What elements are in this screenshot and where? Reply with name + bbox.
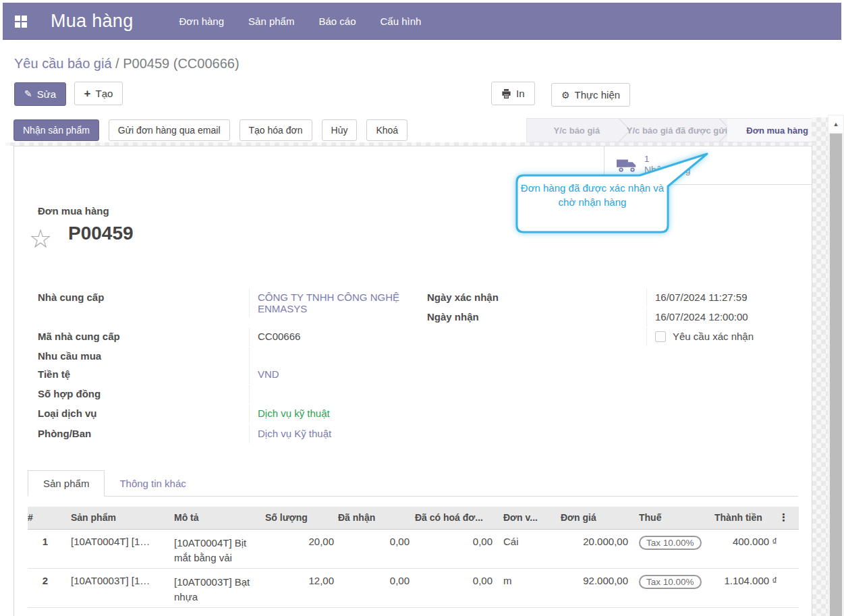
field-contract-number: Số hợp đồng — [38, 385, 414, 405]
form-sheet: 1 Nhận hàng Đơn mua hàng P00459 ☆ Nhà cu… — [13, 146, 812, 616]
vertical-scrollbar[interactable]: ▲ — [828, 115, 844, 616]
col-header-total[interactable]: Thành tiền — [714, 507, 779, 529]
breadcrumb-current: P00459 (CC00666) — [123, 56, 239, 71]
receive-products-button[interactable]: Nhận sản phẩm — [13, 119, 99, 141]
background-pattern-column — [812, 117, 828, 616]
line-qty: 12,00 — [265, 568, 338, 607]
line-index: 2 — [28, 568, 63, 607]
field-confirm-request: Yêu cầu xác nhận — [427, 328, 793, 347]
tax-badge: Tax 10.00% — [639, 536, 702, 550]
receipt-date-value: 16/07/2024 12:00:00 — [646, 308, 793, 327]
status-step-rfq[interactable]: Y/c báo giá — [527, 119, 627, 142]
menu-item-config[interactable]: Cấu hình — [376, 11, 426, 31]
order-lines-table: # Sản phẩm Mô tả Số lượng Đã nhận Đã có … — [28, 507, 799, 608]
col-header-product[interactable]: Sản phẩm — [63, 507, 166, 529]
department-link[interactable]: Dịch vụ Kỹ thuật — [249, 425, 414, 443]
field-vendor-code: Mã nhà cung cấp CC00666 — [38, 328, 414, 347]
vendor-link[interactable]: CÔNG TY TNHH CÔNG NGHỆ ENMASYS — [249, 289, 414, 317]
field-purchase-demand: Nhu cầu mua — [38, 347, 414, 366]
vendor-code-value: CC00666 — [249, 328, 414, 346]
col-header-desc[interactable]: Mô tả — [166, 507, 265, 529]
lock-button[interactable]: Khoá — [366, 119, 407, 141]
col-header-invoiced[interactable]: Đã có hoá đơ... — [412, 507, 498, 529]
breadcrumb: Yêu cầu báo giá / P00459 (CC00666) — [0, 40, 844, 72]
control-panel: ✎ Sửa + Tạo In ⚙ Thực hiện — [14, 82, 844, 107]
create-button[interactable]: + Tạo — [74, 82, 123, 105]
line-invoiced: 0,00 — [412, 568, 498, 607]
notebook-tabs: Sản phẩm Thông tin khác — [28, 468, 798, 497]
line-price: 20.000,00 — [561, 529, 635, 568]
line-desc: [10AT0003T] Bạt nhựa — [166, 568, 265, 607]
col-header-index[interactable]: # — [28, 507, 63, 529]
line-index: 1 — [28, 529, 63, 568]
line-qty: 20,00 — [265, 529, 338, 568]
status-pipeline: Y/c báo giá Y/c báo giá đã được gửi Đơn … — [526, 118, 828, 142]
printer-icon — [501, 89, 511, 99]
create-invoice-button[interactable]: Tạo hóa đơn — [240, 119, 312, 141]
column-options-icon[interactable]: ⋮ — [779, 511, 789, 523]
line-price: 92.000,00 — [561, 568, 635, 607]
tax-badge: Tax 10.00% — [639, 575, 702, 589]
tab-other-info[interactable]: Thông tin khác — [105, 471, 200, 496]
line-invoiced: 0,00 — [412, 529, 498, 568]
field-group-left: Nhà cung cấp CÔNG TY TNHH CÔNG NGHỆ ENMA… — [38, 289, 414, 445]
status-step-rfq-sent[interactable]: Y/c báo giá đã được gửi — [627, 119, 727, 142]
col-header-uom[interactable]: Đơn v... — [498, 507, 561, 529]
scrollbar-thumb[interactable] — [830, 134, 842, 616]
favorite-star-icon[interactable]: ☆ — [29, 226, 52, 252]
line-product[interactable]: [10AT0004T] [1… — [63, 529, 166, 568]
field-confirmation-date: Ngày xác nhận 16/07/2024 11:27:59 — [427, 289, 793, 308]
line-product[interactable]: [10AT0003T] [1… — [63, 568, 166, 607]
line-total: 1.104.000 ₫ — [714, 568, 779, 607]
plus-icon: + — [84, 88, 91, 99]
apps-grid-icon[interactable] — [15, 16, 26, 27]
col-header-price[interactable]: Đơn giá — [561, 507, 635, 529]
field-service-type: Loại dịch vụ Dịch vụ kỹ thuật — [38, 405, 414, 425]
field-receipt-date: Ngày nhận 16/07/2024 12:00:00 — [427, 308, 793, 328]
currency-link[interactable]: VND — [249, 366, 414, 384]
menu-item-products[interactable]: Sản phẩm — [244, 11, 298, 31]
title-block: Đơn mua hàng P00459 ☆ — [14, 146, 812, 244]
line-uom: m — [498, 568, 561, 607]
tab-products[interactable]: Sản phẩm — [28, 470, 105, 497]
main-menu: Đơn hàng Sản phẩm Báo cáo Cấu hình — [175, 11, 426, 31]
menu-item-orders[interactable]: Đơn hàng — [175, 11, 229, 31]
field-group-right: Ngày xác nhận 16/07/2024 11:27:59 Ngày n… — [427, 289, 793, 445]
service-type-value[interactable]: Dịch vụ kỹ thuật — [249, 405, 414, 423]
line-received: 0,00 — [338, 529, 412, 568]
confirm-request-checkbox[interactable] — [655, 331, 666, 342]
table-row[interactable]: 1 [10AT0004T] [1… [10AT0004T] Bịt mắt bằ… — [28, 529, 799, 568]
field-department: Phòng/Ban Dịch vụ Kỹ thuật — [38, 425, 414, 445]
line-total: 400.000 ₫ — [714, 529, 779, 568]
statusbar: Nhận sản phẩm Gửi đơn hàng qua email Tạo… — [0, 118, 844, 142]
line-uom: Cái — [498, 529, 561, 568]
field-currency: Tiền tệ VND — [38, 366, 414, 385]
col-header-received[interactable]: Đã nhận — [338, 507, 412, 529]
table-row[interactable]: 2 [10AT0003T] [1… [10AT0003T] Bạt nhựa 1… — [28, 568, 799, 607]
edit-button[interactable]: ✎ Sửa — [14, 82, 66, 106]
col-header-qty[interactable]: Số lượng — [265, 507, 338, 529]
document-type-label: Đơn mua hàng — [38, 205, 812, 217]
purchase-demand-value — [249, 347, 414, 366]
breadcrumb-parent-link[interactable]: Yêu cầu báo giá — [14, 56, 112, 71]
send-by-email-button[interactable]: Gửi đơn hàng qua email — [109, 119, 230, 141]
scroll-up-button[interactable]: ▲ — [828, 115, 844, 134]
confirm-request-label: Yêu cầu xác nhận — [673, 331, 754, 342]
line-received: 0,00 — [338, 568, 412, 607]
field-vendor: Nhà cung cấp CÔNG TY TNHH CÔNG NGHỆ ENMA… — [38, 289, 414, 328]
app-title[interactable]: Mua hàng — [51, 11, 134, 32]
print-button[interactable]: In — [491, 82, 535, 105]
page-title: P00459 — [68, 223, 812, 244]
cancel-button[interactable]: Hủy — [322, 119, 358, 141]
col-header-tax[interactable]: Thuế — [635, 507, 714, 529]
gear-icon: ⚙ — [561, 90, 570, 100]
confirmation-date-value: 16/07/2024 11:27:59 — [646, 289, 793, 307]
pencil-icon: ✎ — [24, 89, 32, 99]
line-desc: [10AT0004T] Bịt mắt bằng vải — [166, 529, 265, 568]
action-button[interactable]: ⚙ Thực hiện — [551, 83, 630, 107]
field-groups: Nhà cung cấp CÔNG TY TNHH CÔNG NGHỆ ENMA… — [14, 289, 812, 445]
menu-item-reports[interactable]: Báo cáo — [314, 11, 360, 31]
top-navbar: Mua hàng Đơn hàng Sản phẩm Báo cáo Cấu h… — [3, 3, 841, 40]
contract-number-value — [249, 385, 414, 403]
breadcrumb-separator: / — [112, 56, 123, 71]
